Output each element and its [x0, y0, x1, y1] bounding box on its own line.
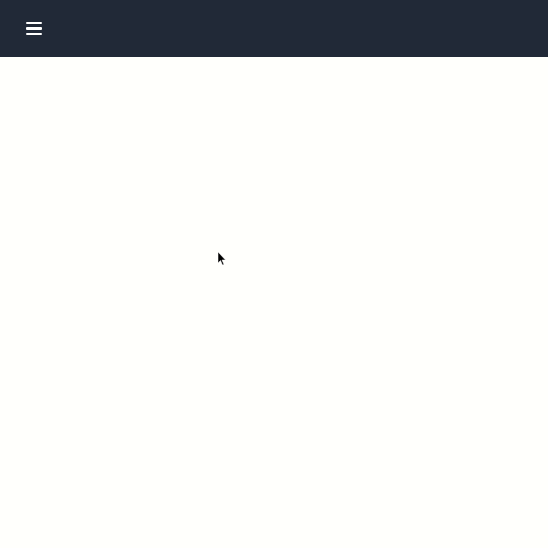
- main-content: [0, 57, 548, 548]
- hamburger-icon: [26, 22, 42, 36]
- menu-button[interactable]: [20, 16, 48, 42]
- cursor-icon: [218, 252, 228, 266]
- header-bar: [0, 0, 548, 57]
